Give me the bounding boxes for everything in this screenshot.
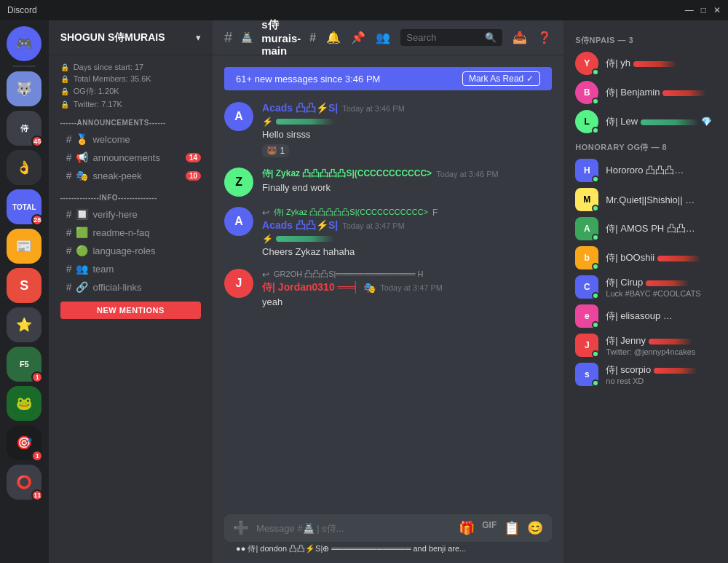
inbox-icon[interactable]: 📥 (513, 31, 527, 44)
new-mentions-button[interactable]: NEW MENTIONS (60, 302, 201, 319)
member-item[interactable]: L 侍| Lew 💎 (569, 107, 722, 136)
add-icon[interactable]: ➕ (233, 520, 249, 536)
channel-name-welcome: welcome (92, 134, 201, 145)
member-item[interactable]: Y 侍| yh (569, 49, 722, 78)
minimize-button[interactable]: — (685, 5, 694, 15)
message-username: 侍| Jordan0310 ══╡ 🎭 Today at 3:47 PM (262, 281, 552, 294)
channel-header: # 🏯 s侍murais-main # 🔔 📌 👥 🔍 📥 ❓ (213, 20, 563, 55)
channel-item-readme[interactable]: # 🟩 readme-n-faq (55, 224, 207, 241)
reaction[interactable]: 🐻 1 (262, 144, 289, 157)
reply-indicator: ↩ 侍| Zykaz 凸凸凸凸凸S|(CCCCCCCCCCC> F (262, 207, 552, 218)
channel-item-language-roles[interactable]: # 🟢 language-roles (55, 242, 207, 259)
sidebar-item-target[interactable]: 🎯 1 (7, 425, 41, 460)
sidebar-item-wolf[interactable]: 🐺 (7, 71, 41, 106)
message-text: Cheers Zykaz hahaha (262, 245, 552, 259)
link-icon: 🔗 (76, 281, 88, 293)
member-info: 侍| scorpio no rest XD (606, 363, 716, 385)
channel-name-language-roles: language-roles (92, 245, 201, 256)
stat-twitter: 🔒 Twitter: 7.17K (49, 98, 213, 110)
gift-icon[interactable]: 🎁 (459, 520, 475, 536)
maximize-button[interactable]: □ (701, 5, 706, 15)
sidebar-item-f5[interactable]: F5 1 (7, 347, 41, 382)
stat-days: 🔒 Days since start: 17 (49, 61, 213, 73)
member-item[interactable]: s 侍| scorpio no rest XD (569, 360, 722, 389)
hash-icon[interactable]: # (309, 31, 316, 44)
avatar: L (575, 110, 598, 133)
channels-list: 🔒 Days since start: 17 🔒 Total Members: … (49, 55, 213, 563)
sidebar-item-s[interactable]: S (7, 268, 41, 303)
titlebar-controls[interactable]: — □ ✕ (685, 5, 721, 15)
close-button[interactable]: ✕ (713, 5, 721, 15)
member-item[interactable]: M Mr.Quiet||Shishio|| (569, 185, 722, 214)
messages-area: 61+ new messages since 3:46 PM Mark As R… (213, 55, 563, 508)
name-bar (674, 168, 716, 174)
channel-badge-announcements: 14 (186, 153, 201, 162)
help-icon[interactable]: ❓ (537, 31, 552, 44)
mark-as-read-button[interactable]: Mark As Read ✓ (462, 71, 540, 86)
hash-icon: # (66, 170, 72, 181)
avatar: C (575, 275, 598, 299)
gif-icon[interactable]: GIF (482, 520, 496, 536)
search-box[interactable]: 🔍 (400, 29, 502, 46)
member-item[interactable]: b 侍| bOOshii (569, 243, 722, 272)
channel-item-welcome[interactable]: # 🏅 welcome (55, 130, 207, 148)
sidebar-item-circle[interactable]: ⭕ 11 (7, 465, 41, 500)
sidebar-item-ok[interactable]: 👌 (7, 150, 41, 185)
message-input-box: ➕ 🎁 GIF 📋 😊 (224, 514, 552, 542)
member-item[interactable]: B 侍| Benjamin (569, 78, 722, 107)
member-item[interactable]: J 侍| Jenny Twitter: @jennyp4ncakes (569, 331, 722, 360)
hash-icon: # (66, 151, 72, 163)
name-bar (633, 61, 677, 67)
hash-icon: # (66, 227, 72, 238)
message-text: Finally end work (262, 181, 552, 194)
message-content: ↩ 侍| Zykaz 凸凸凸凸凸S|(CCCCCCCCCCC> F Acads … (262, 207, 552, 259)
emoji-icon[interactable]: 😊 (527, 520, 543, 536)
avatar: A (224, 207, 253, 236)
input-icons-right: 🎁 GIF 📋 😊 (459, 520, 543, 536)
megaphone-icon: 📢 (76, 151, 88, 163)
member-status: Twitter: @jennyp4ncakes (606, 347, 716, 356)
category-announcements: ------ANNOUNCEMENTS------ (49, 110, 213, 130)
member-name: 侍| Cirup (606, 276, 716, 289)
search-input[interactable] (406, 32, 480, 43)
message-content: Acads 凸凸⚡S| Today at 3:46 PM ⚡ Hello sir… (262, 102, 552, 157)
online-indicator (592, 98, 599, 105)
channel-item-announcements[interactable]: # 📢 announcements 14 (55, 149, 207, 166)
sidebar-item-news[interactable]: 📰 (7, 229, 41, 264)
pin-icon[interactable]: 📌 (351, 31, 365, 44)
member-name: Mr.Quiet||Shishio|| (606, 194, 716, 205)
sidebar-item-frog[interactable]: 🐸 (7, 386, 41, 421)
channel-item-verify-here[interactable]: # 🔲 verify-here (55, 205, 207, 223)
channel-item-official-links[interactable]: # 🔗 official-links (55, 278, 207, 296)
channel-item-sneak-peek[interactable]: # 🎭 sneak-peek 10 (55, 167, 207, 184)
message-input[interactable] (256, 523, 451, 534)
member-info: 侍| Lew 💎 (606, 115, 716, 128)
member-info: 侍| bOOshii (606, 251, 716, 264)
member-item[interactable]: e 侍| elisasoup (569, 302, 722, 331)
member-name: 侍| bOOshii (606, 251, 716, 264)
member-info: 侍| AMOS PH 凸凸 (606, 222, 716, 235)
member-item[interactable]: H Horororo 凸凸凸 (569, 156, 722, 185)
member-item[interactable]: C 侍| Cirup Luck #BAYC #COOLCATS (569, 272, 722, 302)
reply-indicator: ↩ GR2OH 凸凸凸S|══════════════ H (262, 269, 552, 280)
server-header[interactable]: SHOGUN S侍MURAIS ▾ (49, 20, 213, 55)
sidebar-item-home[interactable]: 🎮 (7, 26, 41, 61)
channel-name-sneak-peek: sneak-peek (92, 170, 185, 181)
members-icon[interactable]: 👥 (376, 31, 390, 44)
member-item[interactable]: A 侍| AMOS PH 凸凸 (569, 214, 722, 243)
member-name: 侍| AMOS PH 凸凸 (606, 222, 716, 235)
sticker-icon[interactable]: 📋 (504, 520, 520, 536)
category-info: --------------INFO-------------- (49, 185, 213, 205)
online-indicator (592, 127, 599, 134)
channel-name-readme: readme-n-faq (92, 227, 201, 238)
masks-icon: 🎭 (76, 170, 88, 181)
bell-icon[interactable]: 🔔 (326, 31, 341, 44)
app-container: 🎮 🐺 侍 45 👌 TOTAL 28 📰 S ⭐ F5 1 🐸 🎯 1 ⭕ 1… (0, 20, 728, 563)
name-decoration (276, 236, 334, 242)
channel-header-name: s侍murais-main (261, 18, 301, 57)
sidebar-item-totals[interactable]: TOTAL 28 (7, 189, 41, 224)
sidebar-item-samurai[interactable]: 侍 45 (7, 111, 41, 146)
channel-item-team[interactable]: # 👥 team (55, 260, 207, 277)
online-indicator (592, 68, 599, 76)
sidebar-item-star[interactable]: ⭐ (7, 307, 41, 342)
